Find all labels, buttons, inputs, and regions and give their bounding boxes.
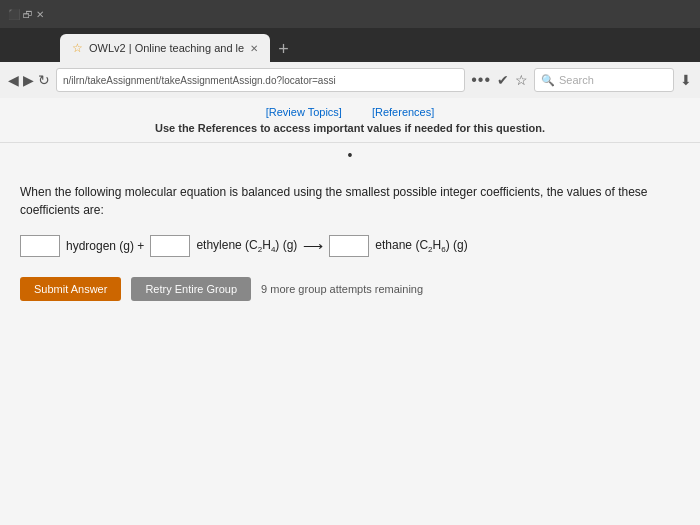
tab-icon: ☆ [72,41,83,55]
references-link[interactable]: [References] [372,106,434,118]
submit-answer-button[interactable]: Submit Answer [20,277,121,301]
tab-label: OWLv2 | Online teaching and le [89,42,244,54]
question-text: When the following molecular equation is… [20,183,680,219]
window-controls: ⬛ 🗗 ✕ [8,9,44,20]
attempts-remaining-text: 9 more group attempts remaining [261,283,423,295]
forward-icon[interactable]: ▶ [23,72,34,88]
tab-bar: ☆ OWLv2 | Online teaching and le ✕ + [0,28,700,62]
more-options[interactable]: ••• [471,71,491,89]
review-topics-link[interactable]: [Review Topics] [266,106,342,118]
page-links: [Review Topics] [References] [0,106,700,118]
url-bar[interactable]: n/ilrn/takeAssignment/takeAssignmentAssi… [56,68,465,92]
check-icon: ✔ [497,72,509,88]
url-text: n/ilrn/takeAssignment/takeAssignmentAssi… [63,75,336,86]
refresh-icon[interactable]: ↻ [38,72,50,88]
page-content: [Review Topics] [References] Use the Ref… [0,98,700,525]
coefficient-input-3[interactable] [329,235,369,257]
page-dot: • [0,147,700,163]
coefficient-input-1[interactable] [20,235,60,257]
nav-bar: ◀ ▶ ↻ n/ilrn/takeAssignment/takeAssignme… [0,62,700,98]
bookmark-icon[interactable]: ☆ [515,72,528,88]
coefficient-input-2[interactable] [150,235,190,257]
active-tab[interactable]: ☆ OWLv2 | Online teaching and le ✕ [60,34,270,62]
browser-chrome: ⬛ 🗗 ✕ ☆ OWLv2 | Online teaching and le ✕… [0,0,700,98]
search-bar[interactable]: 🔍 Search [534,68,674,92]
back-icon[interactable]: ◀ [8,72,19,88]
download-icon[interactable]: ⬇ [680,72,692,88]
page-subtitle: Use the References to access important v… [0,122,700,138]
page-header: [Review Topics] [References] Use the Ref… [0,98,700,143]
new-tab-button[interactable]: + [270,39,297,60]
compound1-text: hydrogen (g) + [66,239,144,253]
nav-controls: ◀ ▶ ↻ [8,72,50,88]
button-row: Submit Answer Retry Entire Group 9 more … [20,277,680,301]
equation-row: hydrogen (g) + ethylene (C2H4) (g) ⟶ eth… [20,235,680,257]
reaction-arrow: ⟶ [303,238,323,254]
retry-group-button[interactable]: Retry Entire Group [131,277,251,301]
title-bar: ⬛ 🗗 ✕ [0,0,700,28]
tab-close-button[interactable]: ✕ [250,43,258,54]
compound3-text: ethane (C2H6) (g) [375,238,467,254]
compound2-text: ethylene (C2H4) (g) [196,238,297,254]
question-area: When the following molecular equation is… [0,167,700,313]
search-placeholder: Search [559,74,594,86]
search-icon: 🔍 [541,74,555,87]
